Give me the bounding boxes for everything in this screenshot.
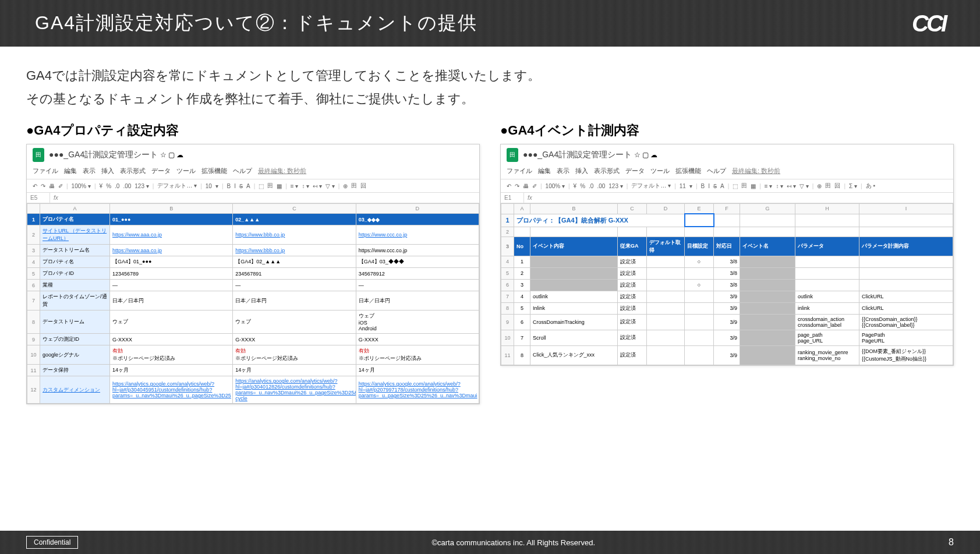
cell[interactable]: ClickURL bbox=[859, 291, 953, 302]
left-cell-ref[interactable]: E5 bbox=[27, 193, 50, 203]
cell[interactable] bbox=[740, 227, 795, 237]
toolbar-item[interactable]: ↷ bbox=[515, 183, 519, 189]
cell[interactable] bbox=[647, 314, 685, 330]
menu-item[interactable]: 拡張機能 bbox=[675, 167, 701, 175]
cell[interactable]: 14ヶ月 bbox=[233, 365, 356, 376]
toolbar-item[interactable]: B bbox=[227, 183, 231, 189]
row-header[interactable]: 9 bbox=[27, 334, 40, 345]
cell[interactable] bbox=[647, 256, 685, 267]
cell[interactable] bbox=[685, 330, 714, 345]
cell[interactable]: 3/8 bbox=[714, 279, 740, 291]
cell[interactable]: [R] bbox=[740, 291, 795, 302]
toolbar-item[interactable]: % bbox=[580, 183, 585, 189]
col-header[interactable]: I bbox=[859, 204, 953, 214]
cell[interactable]: — bbox=[110, 280, 233, 291]
cell[interactable]: 設定済 bbox=[618, 256, 647, 267]
cell[interactable] bbox=[685, 267, 714, 279]
col-header[interactable]: B bbox=[110, 204, 233, 214]
cell[interactable]: ウェブの測定ID bbox=[40, 334, 110, 345]
cell[interactable] bbox=[685, 302, 714, 314]
cell[interactable] bbox=[647, 279, 685, 291]
cell[interactable]: G-XXXX bbox=[233, 334, 356, 345]
toolbar-item[interactable]: ≡ ▾ bbox=[765, 183, 773, 189]
col-header[interactable]: A bbox=[40, 204, 110, 214]
header-cell[interactable]: イベント名 bbox=[740, 237, 795, 256]
cell[interactable]: inlink bbox=[795, 302, 859, 314]
toolbar-item[interactable]: A bbox=[246, 183, 250, 189]
cell[interactable]: ranking_movie_genreranking_movie_no bbox=[795, 345, 859, 365]
cell[interactable]: 日本／日本円 bbox=[356, 291, 479, 310]
right-cell-ref[interactable]: E1 bbox=[501, 193, 524, 203]
cell[interactable]: 【GA4】02_▲▲▲ bbox=[233, 256, 356, 268]
cell[interactable]: 3/8 bbox=[714, 256, 740, 267]
cell[interactable]: 14ヶ月 bbox=[110, 365, 233, 376]
cell[interactable]: outlink bbox=[530, 291, 618, 302]
cell[interactable] bbox=[530, 227, 618, 237]
cell[interactable]: 3/8 bbox=[714, 267, 740, 279]
toolbar-item[interactable]: ▦ bbox=[751, 183, 756, 189]
cell[interactable]: 業種 bbox=[40, 280, 110, 291]
right-doc-title[interactable]: ●●●_GA4計測設定管理シート bbox=[523, 150, 632, 159]
cell[interactable]: ウェブiOSAndroid bbox=[356, 310, 479, 334]
menu-item[interactable]: 挿入 bbox=[101, 167, 114, 175]
header-cell[interactable]: 目標設定 bbox=[685, 237, 714, 256]
toolbar-item[interactable]: .00 bbox=[123, 183, 131, 189]
star-icon[interactable]: ☆ bbox=[634, 151, 641, 159]
toolbar-item[interactable]: ⬚ bbox=[259, 183, 264, 189]
menu-item[interactable]: ヘルプ bbox=[707, 167, 726, 175]
toolbar-item[interactable]: ↤ ▾ bbox=[787, 183, 796, 189]
row-header[interactable]: 10 bbox=[501, 330, 514, 345]
cell[interactable]: [R] bbox=[740, 256, 795, 267]
row-header[interactable]: 8 bbox=[501, 302, 514, 314]
cell[interactable]: プロパティ名 bbox=[40, 256, 110, 268]
toolbar-item[interactable]: 10 bbox=[206, 183, 212, 189]
toolbar-item[interactable]: 100% ▾ bbox=[546, 183, 565, 189]
cell[interactable]: Inlink bbox=[530, 302, 618, 314]
cell[interactable]: CrossDomainTracking bbox=[530, 314, 618, 330]
col-header[interactable]: H bbox=[795, 204, 859, 214]
star-icon[interactable]: ☆ bbox=[160, 151, 167, 159]
cell[interactable]: [REDACTED] bbox=[530, 279, 618, 291]
cell[interactable]: https://analytics.google.com/analytics/w… bbox=[356, 376, 479, 404]
cell[interactable] bbox=[647, 330, 685, 345]
toolbar-item[interactable]: 123 ▾ bbox=[135, 183, 148, 189]
cell[interactable]: サイトURL （データストリームURL） bbox=[40, 225, 110, 245]
cell[interactable]: 設定済 bbox=[618, 345, 647, 365]
toolbar-item[interactable]: ↕ ▾ bbox=[302, 183, 309, 189]
cell[interactable]: 3/9 bbox=[714, 291, 740, 302]
cell[interactable]: {{CrossDomain_action}}{{CrossDomain_labe… bbox=[859, 314, 953, 330]
cell[interactable]: 日本／日本円 bbox=[233, 291, 356, 310]
row-header[interactable]: 5 bbox=[501, 267, 514, 279]
property-title[interactable]: プロパティ：【GA4】統合解析 G-XXX bbox=[514, 214, 685, 227]
row-header[interactable]: 11 bbox=[501, 345, 514, 365]
cell[interactable]: — bbox=[356, 280, 479, 291]
cell[interactable]: 設定済 bbox=[618, 302, 647, 314]
cell[interactable]: データ保持 bbox=[40, 365, 110, 376]
toolbar-item[interactable]: S̶ bbox=[239, 183, 243, 189]
toolbar-item[interactable]: ✐ bbox=[532, 183, 537, 189]
cell[interactable] bbox=[795, 279, 859, 291]
cell[interactable]: PagePathPageURL bbox=[859, 330, 953, 345]
toolbar-item[interactable]: ⊕ bbox=[343, 183, 348, 189]
cell[interactable]: [R] bbox=[740, 302, 795, 314]
cell[interactable]: 3/9 bbox=[714, 345, 740, 365]
cell[interactable]: 14ヶ月 bbox=[356, 365, 479, 376]
cell[interactable]: 6 bbox=[514, 314, 530, 330]
cell[interactable]: 日本／日本円 bbox=[110, 291, 233, 310]
row-header[interactable]: 10 bbox=[27, 345, 40, 365]
header-cell[interactable]: パラメータ bbox=[795, 237, 859, 256]
cell[interactable]: カスタムディメンション bbox=[40, 376, 110, 404]
folder-icon[interactable]: ▢ bbox=[168, 151, 175, 159]
cell[interactable]: [REDACTED] bbox=[530, 256, 618, 267]
toolbar-item[interactable]: 11 bbox=[680, 183, 686, 189]
cell[interactable]: 2 bbox=[514, 267, 530, 279]
col-header[interactable] bbox=[27, 204, 40, 214]
toolbar-item[interactable]: ¥ bbox=[574, 183, 577, 189]
toolbar-item[interactable]: .0 bbox=[115, 183, 119, 189]
col-header[interactable]: C bbox=[618, 204, 647, 214]
col-header[interactable]: F bbox=[714, 204, 740, 214]
cell[interactable]: outlink bbox=[795, 291, 859, 302]
toolbar-item[interactable]: ✐ bbox=[58, 183, 63, 189]
toolbar-item[interactable]: 田 bbox=[825, 182, 831, 190]
col-header[interactable]: D bbox=[356, 204, 479, 214]
